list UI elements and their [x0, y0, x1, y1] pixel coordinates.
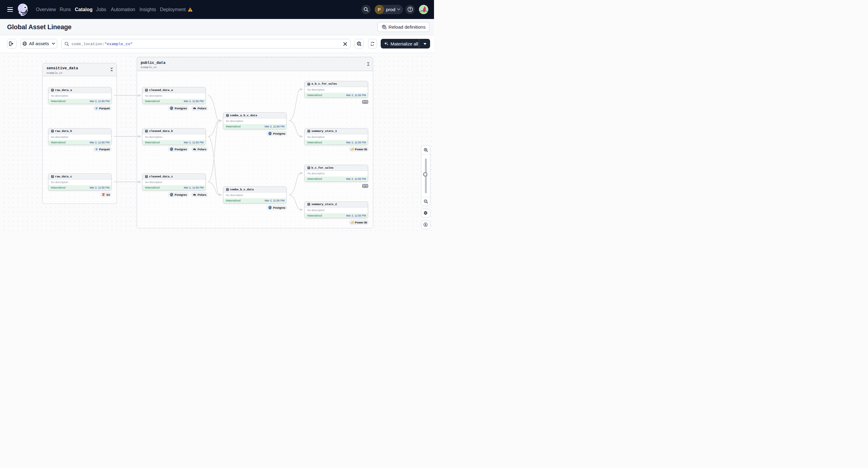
svg-text:csv: csv	[364, 185, 367, 187]
svg-text:csv: csv	[364, 101, 367, 103]
